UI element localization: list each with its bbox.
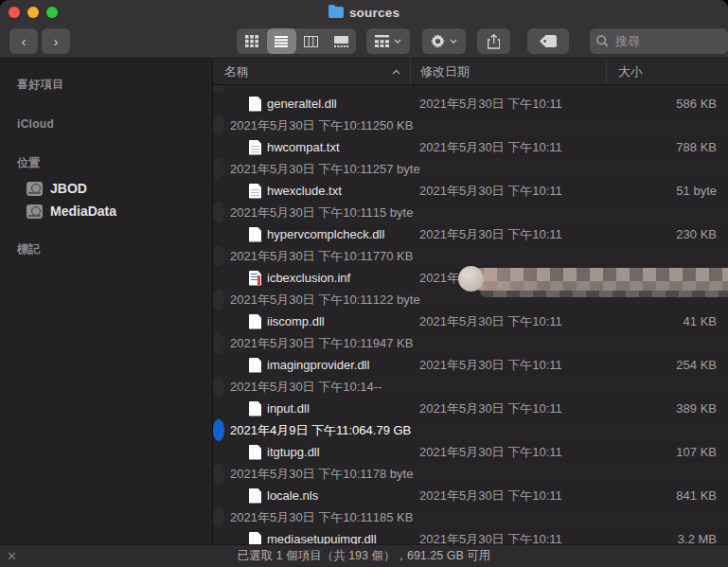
file-row[interactable]: lang.ini 2021年5月30日 下午10:11 78 byte [213, 463, 224, 485]
file-size: 257 byte [373, 162, 432, 176]
close-x-icon: ✕ [7, 549, 17, 563]
file-list: generaltel.dll 2021年5月30日 下午10:11 586 KB… [213, 85, 728, 544]
zoom-button[interactable] [46, 7, 58, 18]
file-size: 122 byte [373, 292, 432, 307]
file-size: 254 KB [606, 358, 728, 372]
file-size: 41 KB [606, 314, 728, 328]
gallery-icon [334, 36, 348, 47]
file-icon [249, 184, 261, 199]
file-name: locale.nls [267, 488, 318, 503]
forward-button[interactable]: › [42, 28, 70, 54]
file-date: 2021年5月30日 下午10:11 [410, 226, 606, 243]
file-date: 2021年4月9日 下午11:06 [221, 422, 366, 439]
file-icon [249, 532, 261, 545]
minimize-button[interactable] [27, 7, 39, 18]
icon-view-button[interactable] [237, 28, 267, 54]
file-row[interactable]: input.dll 2021年5月30日 下午10:11 389 KB [213, 398, 728, 419]
file-name: hwexclude.txt [267, 184, 342, 198]
file-row[interactable]: hwexcludePE.txt 2021年5月30日 下午10:11 15 by… [213, 202, 224, 223]
toolbar: ‹ › [0, 25, 728, 59]
file-size: 770 KB [373, 249, 425, 263]
file-date: 2021年5月30日 下午10:11 [410, 313, 606, 330]
file-date: 2021年5月30日 下午10:11 [410, 531, 606, 545]
file-row[interactable]: hypervcomplcheck.dll 2021年5月30日 下午10:11 … [213, 223, 728, 245]
file-row[interactable]: install.wim 2021年4月9日 下午11:06 4.79 GB [213, 419, 224, 441]
censored-region [471, 268, 728, 291]
file-row[interactable] [213, 85, 224, 93]
file-icon [249, 401, 261, 416]
file-icon [249, 97, 261, 112]
file-date: 2021年5月30日 下午10:11 [410, 400, 606, 417]
tag-icon [540, 35, 557, 47]
file-date: 2021年5月30日 下午10:11 [221, 509, 373, 526]
list-view-button[interactable] [267, 28, 297, 54]
file-size: 947 KB [373, 336, 425, 350]
column-header-size[interactable]: 大小 [606, 59, 728, 84]
file-row[interactable]: iasmigplugin.dll 2021年5月30日 下午10:11 770 … [213, 245, 224, 267]
column-header-date-modified[interactable]: 修改日期 [410, 59, 606, 84]
sidebar-item-mediadata[interactable]: MediaData [0, 200, 212, 222]
file-icon [249, 271, 261, 286]
column-view-button[interactable] [296, 28, 327, 54]
file-list-pane: 名稱 修改日期 大小 [213, 59, 728, 544]
grid-icon [245, 35, 258, 47]
group-by-button[interactable] [366, 28, 410, 54]
file-row[interactable]: locale.nls 2021年5月30日 下午10:11 841 KB [213, 485, 728, 506]
column-header-name[interactable]: 名稱 [213, 59, 410, 84]
file-size: 107 KB [606, 445, 728, 459]
file-row[interactable]: itgtupg.dll 2021年5月30日 下午10:11 107 KB [213, 441, 728, 463]
file-date: 2021年5月30日 下午10:14 [221, 379, 374, 396]
file-row[interactable]: hwcompat.txt 2021年5月30日 下午10:11 788 KB [213, 136, 728, 158]
list-icon [275, 36, 288, 47]
file-name: mediasetupuimgr.dll [267, 532, 377, 544]
action-menu-button[interactable] [422, 28, 466, 54]
file-icon [249, 140, 261, 155]
tag-button[interactable] [527, 28, 569, 54]
file-row[interactable]: inf 2021年5月30日 下午10:14 -- [213, 376, 224, 398]
columns-icon [304, 36, 318, 47]
file-size: 3.2 MB [606, 532, 728, 544]
file-size: 230 KB [606, 227, 728, 241]
folder-icon [328, 7, 344, 18]
file-name: iiscomp.dll [267, 314, 325, 328]
sidebar-item-jbod[interactable]: JBOD [0, 177, 212, 200]
gallery-view-button[interactable] [327, 28, 357, 54]
file-row[interactable]: logprovider.dll 2021年5月30日 下午10:11 185 K… [213, 506, 224, 528]
external-drive-icon [27, 204, 43, 219]
file-row[interactable]: imagingprovider.dll 2021年5月30日 下午10:11 2… [213, 354, 728, 376]
back-button[interactable]: ‹ [9, 28, 38, 54]
file-row[interactable]: generaltel.dll 2021年5月30日 下午10:11 586 KB [213, 93, 728, 115]
file-row[interactable]: mediasetupuimgr.dll 2021年5月30日 下午10:11 3… [213, 528, 728, 544]
file-size: 389 KB [606, 401, 728, 416]
file-icon [249, 488, 261, 504]
close-button[interactable] [9, 7, 20, 18]
file-row[interactable]: imagelib.dll 2021年5月30日 下午10:11 947 KB [213, 332, 224, 354]
file-name: icbexclusion.inf [267, 271, 350, 285]
file-date: 2021年5月30日 下午10:11 [410, 444, 606, 461]
gear-icon [431, 34, 445, 48]
file-row[interactable]: hwcompatPE.txt 2021年5月30日 下午10:11 257 by… [213, 158, 224, 180]
file-size: 4.79 GB [366, 423, 423, 437]
group-icon [375, 35, 389, 47]
file-size: 788 KB [606, 140, 728, 154]
file-row[interactable]: hwcompat.dll 2021年5月30日 下午10:11 250 KB [213, 115, 224, 136]
file-size: 78 byte [373, 467, 425, 481]
search-field[interactable] [590, 28, 728, 54]
file-row[interactable]: iiscomp.dll 2021年5月30日 下午10:11 41 KB [213, 310, 728, 332]
file-name: input.dll [267, 401, 310, 416]
chevron-down-icon [394, 39, 401, 44]
share-button[interactable] [477, 28, 510, 54]
file-date: 2021年5月30日 下午10:11 [221, 466, 373, 483]
file-icon [249, 445, 261, 460]
file-row[interactable]: hwexclude.txt 2021年5月30日 下午10:11 51 byte [213, 180, 728, 202]
search-icon [596, 35, 609, 47]
file-date: 2021年5月30日 下午10:11 [221, 204, 373, 221]
search-input[interactable] [613, 33, 708, 49]
title-bar[interactable]: sources [0, 0, 728, 25]
sidebar-section-favorites: 喜好項目 [0, 71, 212, 98]
file-size: 586 KB [606, 97, 728, 111]
file-date: 2021年5月30日 下午10:11 [221, 117, 373, 134]
file-date: 2021年5月30日 下午10:11 [221, 248, 373, 265]
file-row[interactable]: idwbinfo.txt 2021年5月30日 下午10:11 122 byte [213, 289, 224, 310]
sidebar: 喜好項目 iCloud 位置 JBODMediaData 標記 [0, 59, 213, 544]
